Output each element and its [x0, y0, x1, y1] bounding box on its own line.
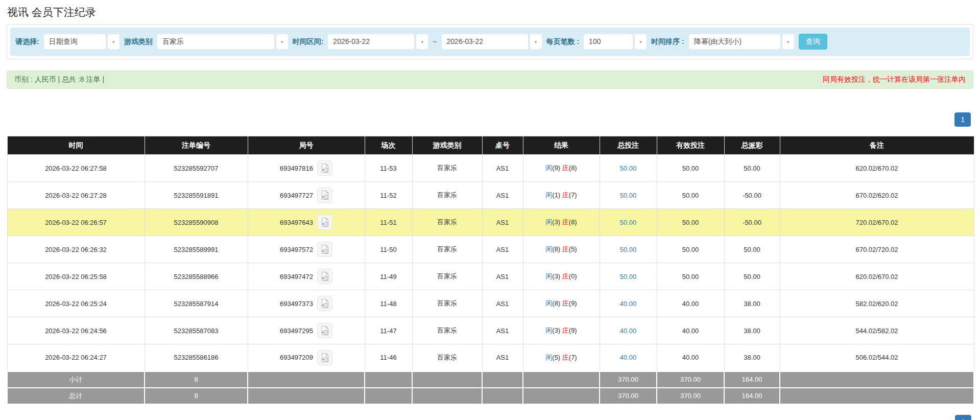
cell-round-id: 693497816 [248, 155, 365, 182]
video-replay-button[interactable] [317, 350, 332, 365]
result-banker-value: (8) [569, 218, 577, 226]
cell-round-id: 693497373 [248, 290, 365, 317]
video-replay-button[interactable] [317, 242, 332, 257]
result-banker-value: (0) [569, 272, 577, 280]
date-from-value[interactable]: 2026-03-22 [327, 34, 415, 50]
chevron-down-icon[interactable]: ▾ [782, 34, 795, 50]
total-bet-link[interactable]: 50.00 [620, 219, 637, 226]
col-session: 场次 [365, 136, 412, 155]
page-size-label: 每页笔数 : [546, 37, 580, 46]
pagination-top: 1 [0, 112, 971, 127]
result-banker-label: 庄 [562, 164, 569, 172]
video-replay-button[interactable] [317, 323, 332, 338]
cell-result: 闲(8) 庄(5) [523, 236, 600, 263]
table-row: 2026-03-22 06:26:32523285589991693497572… [7, 236, 974, 263]
video-file-icon [320, 163, 329, 173]
cell-session: 11-48 [365, 290, 412, 317]
video-replay-button[interactable] [317, 215, 332, 230]
bet-records-table: 时间 注单编号 局号 场次 游戏类别 桌号 结果 总投注 有效投注 总派彩 备注… [7, 136, 974, 405]
date-range-separator: ~ [433, 38, 437, 46]
page-size-value[interactable]: 100 [583, 34, 633, 50]
video-replay-button[interactable] [317, 269, 332, 284]
total-bet-link[interactable]: 40.00 [620, 354, 637, 361]
total-bet-link[interactable]: 50.00 [620, 273, 637, 281]
pagination-page-1[interactable]: 1 [955, 415, 971, 420]
result-player-label: 闲 [545, 164, 552, 172]
video-file-icon [320, 325, 329, 336]
footer-empty-cell [482, 388, 523, 404]
footer-empty-cell [248, 371, 365, 388]
time-sort-value[interactable]: 降幂(由大到小) [688, 34, 781, 50]
result-player-label: 闲 [545, 299, 552, 307]
cell-valid-bet: 40.00 [657, 317, 724, 344]
round-id-text: 693497572 [280, 246, 313, 253]
result-player-value: (5) [552, 354, 562, 361]
table-row: 2026-03-22 06:27:28523285591891693497727… [7, 182, 974, 209]
col-valid-bet: 有效投注 [657, 136, 724, 155]
col-bet-id: 注单编号 [145, 136, 248, 155]
date-to-value[interactable]: 2026-03-22 [441, 34, 529, 50]
total-bet-link[interactable]: 50.00 [620, 246, 637, 253]
video-replay-button[interactable] [317, 188, 332, 203]
cell-bet-id: 523285588966 [145, 263, 248, 290]
result-player-value: (8) [552, 299, 562, 307]
result-player-value: (9) [552, 164, 562, 172]
page-size-select[interactable]: 100 ▾ [583, 34, 647, 50]
game-type-select[interactable]: 百家乐 ▾ [157, 34, 289, 50]
round-id-text: 693497373 [280, 300, 313, 308]
total-bet-link[interactable]: 50.00 [620, 165, 637, 172]
table-row: 2026-03-22 06:25:58523285588966693497472… [7, 263, 974, 290]
result-banker-label: 庄 [562, 299, 569, 307]
cell-session: 11-50 [365, 236, 412, 263]
cell-valid-bet: 50.00 [657, 182, 724, 209]
date-from-select[interactable]: 2026-03-22 ▾ [327, 34, 428, 50]
subtotal-row: 小计 8 370.00 370.00 164.00 [7, 371, 974, 388]
query-button[interactable]: 查询 [799, 34, 827, 50]
col-remark: 备注 [780, 136, 974, 155]
chevron-down-icon[interactable]: ▾ [416, 34, 428, 50]
result-player-label: 闲 [545, 191, 552, 199]
chevron-down-icon[interactable]: ▾ [530, 34, 542, 50]
result-player-label: 闲 [545, 272, 552, 280]
cell-remark: 670.02/620.02 [780, 182, 974, 209]
game-type-value[interactable]: 百家乐 [157, 34, 275, 50]
query-mode-select[interactable]: 日期查询 ▾ [43, 34, 120, 50]
query-mode-value[interactable]: 日期查询 [43, 34, 106, 50]
total-bet-link[interactable]: 40.00 [620, 327, 637, 335]
cell-remark: 670.02/720.02 [780, 236, 974, 263]
cell-time: 2026-03-22 06:26:57 [7, 209, 145, 236]
total-bet-link[interactable]: 40.00 [620, 300, 637, 308]
result-player-value: (1) [552, 191, 562, 199]
result-banker-label: 庄 [562, 272, 569, 280]
video-replay-button[interactable] [317, 160, 332, 176]
cell-total-bet: 50.00 [600, 182, 657, 209]
chevron-down-icon[interactable]: ▾ [634, 34, 647, 50]
video-replay-button[interactable] [317, 296, 332, 311]
cell-game-type: 百家乐 [412, 236, 482, 263]
cell-table-no: AS1 [482, 182, 523, 209]
cell-remark: 582.02/620.02 [780, 290, 974, 317]
cell-game-type: 百家乐 [412, 317, 482, 344]
cell-game-type: 百家乐 [412, 344, 482, 371]
table-row: 2026-03-22 06:25:24523285587914693497373… [7, 290, 974, 317]
time-sort-select[interactable]: 降幂(由大到小) ▾ [688, 34, 795, 50]
result-banker-label: 庄 [562, 354, 569, 361]
pagination-page-1[interactable]: 1 [954, 112, 971, 127]
result-banker-value: (7) [569, 191, 577, 199]
cell-result: 闲(3) 庄(9) [523, 317, 600, 344]
chevron-down-icon[interactable]: ▾ [107, 34, 120, 50]
cell-remark: 720.02/670.02 [780, 209, 974, 236]
result-player-value: (3) [552, 326, 562, 334]
cell-time: 2026-03-22 06:25:58 [7, 263, 145, 290]
cell-time: 2026-03-22 06:24:56 [7, 317, 145, 344]
result-player-label: 闲 [545, 245, 552, 253]
grand-total-payout: 164.00 [724, 388, 780, 404]
cell-time: 2026-03-22 06:25:24 [7, 290, 145, 317]
subtotal-total-bet: 370.00 [600, 371, 657, 388]
cell-valid-bet: 40.00 [657, 344, 724, 371]
chevron-down-icon[interactable]: ▾ [276, 34, 289, 50]
cell-table-no: AS1 [482, 209, 523, 236]
date-to-select[interactable]: 2026-03-22 ▾ [441, 34, 542, 50]
total-bet-link[interactable]: 50.00 [620, 192, 637, 199]
cell-result: 闲(5) 庄(7) [523, 344, 600, 371]
